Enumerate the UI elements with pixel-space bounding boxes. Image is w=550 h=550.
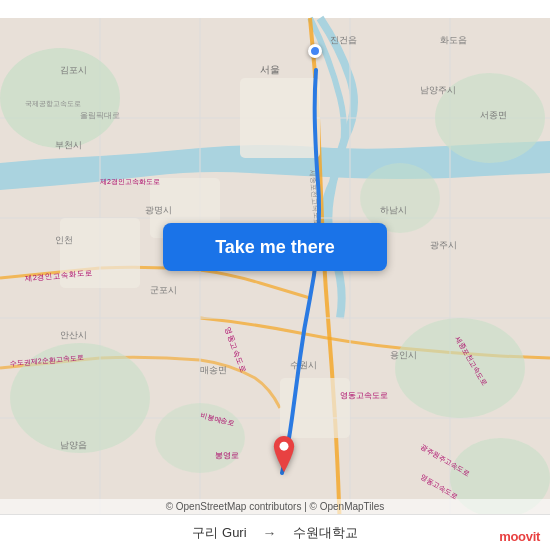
origin-marker [308,44,322,58]
svg-text:화도읍: 화도읍 [440,35,467,45]
svg-point-12 [395,318,525,418]
destination-marker [270,436,298,476]
svg-text:수원시: 수원시 [290,360,317,370]
route-to: 수원대학교 [293,524,358,542]
svg-text:용인시: 용인시 [390,350,417,360]
svg-text:영동고속도로: 영동고속도로 [340,391,388,400]
take-me-there-button[interactable]: Take me there [163,223,387,271]
svg-rect-16 [240,78,320,158]
svg-text:제2경인고속화도로: 제2경인고속화도로 [100,178,160,186]
svg-text:광주시: 광주시 [430,240,457,250]
svg-text:안산시: 안산시 [60,330,87,340]
map-container: 서울 남양주시 화도읍 진건읍 김포시 부천시 인천 광명시 강남순환로 하남시… [0,0,550,550]
svg-text:광명시: 광명시 [145,205,172,215]
svg-point-9 [0,48,120,148]
svg-text:매송면: 매송면 [200,365,227,375]
svg-text:올림픽대로: 올림픽대로 [80,111,120,120]
svg-text:부천시: 부천시 [55,140,82,150]
svg-text:군포시: 군포시 [150,285,177,295]
map-attribution: © OpenStreetMap contributors | © OpenMap… [0,499,550,514]
svg-text:김포시: 김포시 [60,65,87,75]
svg-text:국제공항고속도로: 국제공항고속도로 [25,100,81,108]
svg-point-51 [280,442,289,451]
svg-text:봉영로: 봉영로 [215,451,239,460]
route-from: 구리 Guri [192,524,246,542]
route-arrow-icon: → [263,525,277,541]
svg-text:인천: 인천 [55,235,73,245]
bottom-bar: 구리 Guri → 수원대학교 moovit [0,514,550,550]
svg-text:서종면: 서종면 [480,110,507,120]
moovit-logo: moovit [499,529,540,544]
svg-text:남양읍: 남양읍 [60,440,87,450]
svg-text:서울: 서울 [260,64,280,75]
svg-text:진건읍: 진건읍 [330,35,357,45]
svg-text:하남시: 하남시 [380,205,407,215]
svg-text:남양주시: 남양주시 [420,85,456,95]
